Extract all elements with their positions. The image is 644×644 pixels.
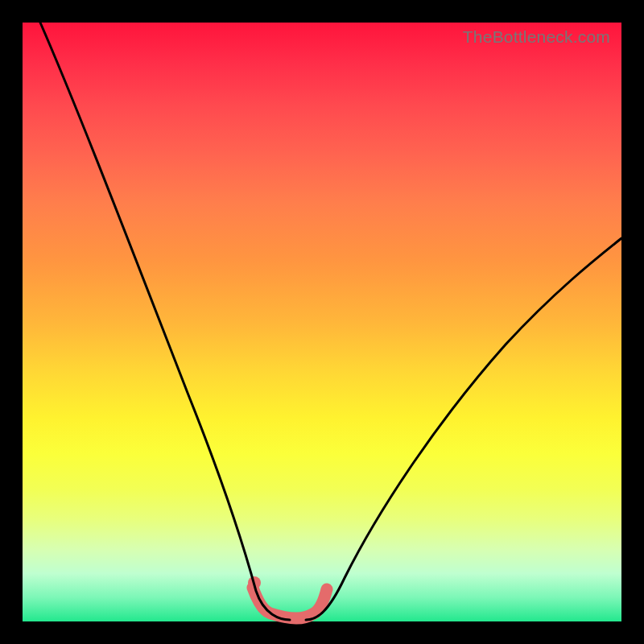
right-curve <box>306 238 621 620</box>
valley-bump <box>253 588 327 618</box>
left-curve <box>40 23 290 620</box>
chart-stage: TheBottleneck.com <box>0 0 644 644</box>
plot-area: TheBottleneck.com <box>23 23 621 621</box>
curve-layer <box>23 23 621 621</box>
